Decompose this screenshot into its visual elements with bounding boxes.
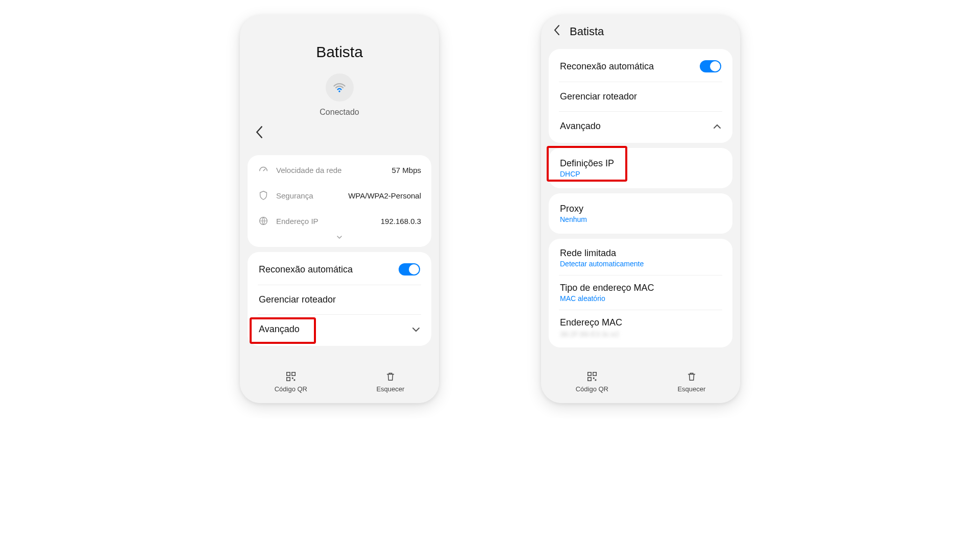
metered-row[interactable]: Rede limitada Detectar automaticamente (549, 241, 732, 275)
network-info-card: Velocidade da rede 57 Mbps Segurança WPA… (248, 155, 431, 247)
auto-reconnect-toggle[interactable] (700, 60, 721, 72)
svg-rect-4 (287, 378, 290, 381)
svg-rect-8 (593, 372, 596, 375)
highlight-ip-settings (547, 146, 627, 182)
svg-rect-6 (293, 380, 295, 381)
highlight-advanced (250, 317, 316, 344)
speedometer-icon (258, 164, 269, 176)
wifi-detail-header: Batista Conectado (240, 15, 439, 122)
metered-label: Rede limitada (560, 248, 616, 259)
qr-code-icon (586, 371, 598, 382)
qr-code-label: Código QR (275, 385, 307, 393)
auto-reconnect-label: Reconexão automática (560, 61, 654, 72)
wifi-icon (332, 81, 347, 95)
manage-router-row[interactable]: Gerenciar roteador (248, 285, 431, 314)
chevron-up-icon (713, 122, 721, 131)
proxy-value: Nenhum (560, 215, 587, 223)
mac-address-label: Endereço MAC (560, 317, 622, 328)
proxy-card: Proxy Nenhum (549, 193, 732, 234)
mac-address-value: 38:2F:B6:E3:3c:e2 (560, 330, 619, 338)
ip-value: 192.168.0.3 (381, 217, 421, 226)
security-value: WPA/WPA2-Personal (348, 191, 421, 200)
forget-button[interactable]: Esquecer (376, 371, 404, 393)
trash-icon (686, 371, 697, 382)
auto-reconnect-row[interactable]: Reconexão automática (248, 254, 431, 285)
globe-icon (258, 215, 269, 227)
svg-rect-3 (292, 372, 295, 375)
svg-rect-2 (287, 372, 290, 375)
advanced-row[interactable]: Avançado (549, 112, 732, 141)
bottom-action-bar: Código QR Esquecer (240, 363, 439, 403)
phone2-content: Reconexão automática Gerenciar roteador … (541, 44, 740, 363)
network-title: Batista (570, 25, 604, 38)
wifi-icon-circle (326, 73, 354, 102)
back-button[interactable] (255, 126, 263, 142)
security-label: Segurança (276, 191, 348, 200)
svg-rect-11 (595, 380, 596, 381)
qr-code-icon (285, 371, 297, 382)
settings-group-1: Reconexão automática Gerenciar roteador … (549, 49, 732, 143)
chevron-down-icon (336, 235, 342, 239)
expand-info-button[interactable] (248, 234, 431, 245)
trash-icon (385, 371, 396, 382)
advanced-label: Avançado (560, 121, 601, 132)
auto-reconnect-toggle[interactable] (399, 263, 420, 276)
shield-icon (258, 190, 269, 201)
svg-rect-9 (588, 378, 591, 381)
forget-button[interactable]: Esquecer (677, 371, 705, 393)
phone1-content: Velocidade da rede 57 Mbps Segurança WPA… (240, 122, 439, 363)
proxy-row[interactable]: Proxy Nenhum (549, 195, 732, 232)
ip-row: Endereço IP 192.168.0.3 (248, 208, 431, 234)
manage-router-label: Gerenciar roteador (259, 294, 336, 305)
mac-type-label: Tipo de endereço MAC (560, 283, 654, 293)
chevron-down-icon (412, 325, 420, 334)
ip-settings-card: Definições IP DHCP (549, 148, 732, 188)
settings-card: Reconexão automática Gerenciar roteador … (248, 252, 431, 346)
bottom-action-bar: Código QR Esquecer (541, 363, 740, 403)
speed-value: 57 Mbps (391, 166, 421, 174)
advanced-details-card: Rede limitada Detectar automaticamente T… (549, 239, 732, 347)
svg-rect-7 (588, 372, 591, 375)
manage-router-row[interactable]: Gerenciar roteador (549, 82, 732, 111)
detail-header: Batista (541, 15, 740, 44)
svg-rect-10 (593, 378, 595, 379)
qr-code-label: Código QR (576, 385, 608, 393)
qr-code-button[interactable]: Código QR (275, 371, 307, 393)
chevron-left-icon (255, 126, 263, 139)
connection-status: Conectado (250, 108, 429, 117)
proxy-label: Proxy (560, 204, 583, 214)
metered-value: Detectar automaticamente (560, 260, 644, 268)
network-title: Batista (250, 43, 429, 61)
auto-reconnect-label: Reconexão automática (259, 264, 353, 275)
phone-right: Batista Reconexão automática Gerenciar r… (541, 15, 740, 403)
auto-reconnect-row[interactable]: Reconexão automática (549, 51, 732, 82)
phone-left: Batista Conectado Velocidade da rede 57 … (240, 15, 439, 403)
forget-label: Esquecer (376, 385, 404, 393)
forget-label: Esquecer (677, 385, 705, 393)
qr-code-button[interactable]: Código QR (576, 371, 608, 393)
security-row: Segurança WPA/WPA2-Personal (248, 183, 431, 208)
manage-router-label: Gerenciar roteador (560, 91, 637, 102)
ip-label: Endereço IP (276, 217, 381, 226)
svg-rect-5 (292, 378, 293, 379)
mac-type-value: MAC aleatório (560, 294, 605, 303)
mac-address-row: Endereço MAC 38:2F:B6:E3:3c:e2 (549, 310, 732, 345)
speed-row: Velocidade da rede 57 Mbps (248, 157, 431, 183)
mac-type-row[interactable]: Tipo de endereço MAC MAC aleatório (549, 276, 732, 310)
speed-label: Velocidade da rede (276, 166, 391, 174)
back-button[interactable] (553, 24, 560, 39)
chevron-left-icon (553, 24, 560, 36)
svg-point-0 (338, 90, 340, 92)
